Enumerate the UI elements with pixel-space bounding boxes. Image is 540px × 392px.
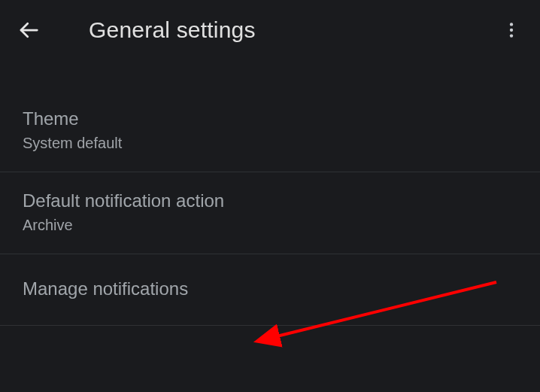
svg-point-2	[510, 29, 513, 32]
setting-manage-notifications[interactable]: Manage notifications	[0, 254, 540, 325]
more-vert-icon[interactable]	[496, 15, 526, 45]
settings-list: Theme System default Default notificatio…	[0, 60, 540, 326]
setting-default-notification-action[interactable]: Default notification action Archive	[0, 172, 540, 254]
svg-point-3	[510, 34, 513, 37]
setting-theme[interactable]: Theme System default	[0, 90, 540, 172]
page-title: General settings	[89, 17, 496, 43]
app-header: General settings	[0, 0, 540, 60]
setting-value: Archive	[23, 217, 517, 234]
svg-point-1	[510, 23, 513, 26]
setting-title: Manage notifications	[23, 277, 517, 300]
setting-title: Theme	[23, 107, 517, 130]
back-arrow-icon[interactable]	[14, 15, 44, 45]
setting-title: Default notification action	[23, 189, 517, 212]
setting-value: System default	[23, 135, 517, 152]
